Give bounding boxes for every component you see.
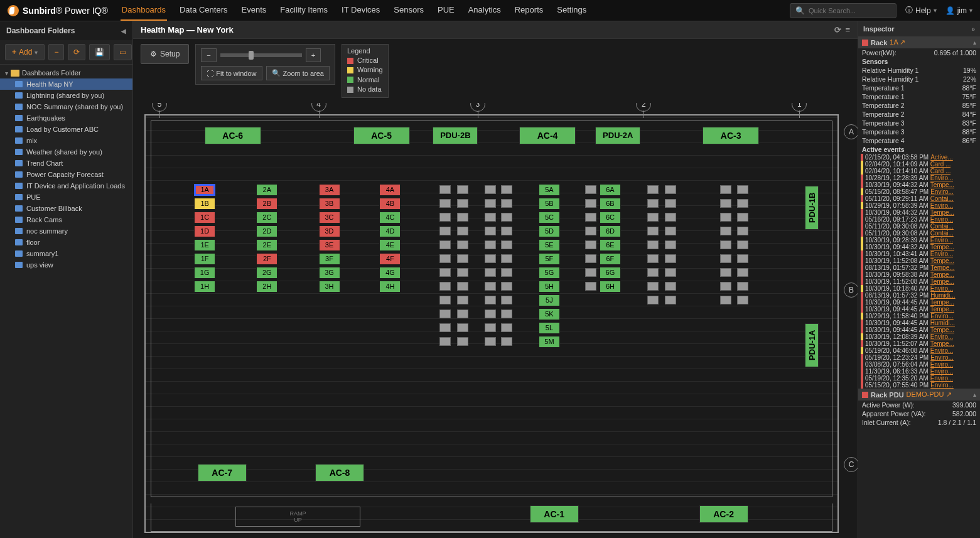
- pdu-unit[interactable]: PDU-2A: [595, 127, 640, 144]
- empty-rack[interactable]: [647, 268, 659, 277]
- event-row[interactable]: 10/30/19, 10:43:41 AM Enviro...: [858, 250, 980, 257]
- event-row[interactable]: 05/19/20, 12:23:24 PM Enviro...: [858, 354, 980, 361]
- zoom-area-button[interactable]: 🔍Zoom to area: [266, 66, 330, 80]
- empty-rack[interactable]: [501, 268, 512, 277]
- ac-unit[interactable]: AC-6: [205, 127, 261, 144]
- nav-pue[interactable]: PUE: [436, 0, 456, 21]
- empty-rack[interactable]: [720, 199, 731, 208]
- search-input[interactable]: [809, 7, 891, 14]
- empty-rack[interactable]: [501, 227, 512, 235]
- empty-rack[interactable]: [439, 254, 451, 263]
- rack-2E[interactable]: 2E: [256, 239, 277, 251]
- rack-2A[interactable]: 2A: [256, 184, 277, 196]
- rack-2H[interactable]: 2H: [256, 281, 277, 293]
- rack-5G[interactable]: 5G: [539, 267, 560, 279]
- ac-unit[interactable]: AC-3: [703, 127, 759, 144]
- empty-rack[interactable]: [720, 268, 731, 277]
- empty-rack[interactable]: [665, 227, 676, 235]
- event-row[interactable]: 10/30/19, 09:44:45 AM Tempe...: [858, 299, 980, 306]
- event-row[interactable]: 10/30/19, 09:44:45 AM Humidi...: [858, 320, 980, 326]
- empty-rack[interactable]: [439, 213, 451, 222]
- rack-1A[interactable]: 1A: [194, 184, 215, 196]
- empty-rack[interactable]: [485, 185, 496, 194]
- empty-rack[interactable]: [720, 296, 731, 304]
- tree-item[interactable]: Health Map NY: [0, 78, 132, 90]
- empty-rack[interactable]: [485, 296, 496, 304]
- empty-rack[interactable]: [585, 199, 596, 208]
- tree-item[interactable]: noc summary: [0, 225, 132, 237]
- empty-rack[interactable]: [720, 254, 731, 263]
- empty-rack[interactable]: [737, 185, 748, 194]
- expand-inspector-icon[interactable]: »: [971, 26, 975, 33]
- empty-rack[interactable]: [439, 199, 451, 208]
- rack-5E[interactable]: 5E: [539, 239, 560, 251]
- rack-1C[interactable]: 1C: [194, 212, 215, 223]
- empty-rack[interactable]: [457, 268, 468, 277]
- rack-5A[interactable]: 5A: [539, 184, 560, 196]
- ac-unit[interactable]: AC-2: [699, 505, 748, 523]
- rack-3F[interactable]: 3F: [319, 253, 340, 265]
- empty-rack[interactable]: [439, 337, 451, 346]
- zoom-in-button[interactable]: +: [306, 48, 321, 62]
- event-row[interactable]: 10/30/19, 09:44:45 AM Tempe...: [858, 326, 980, 333]
- fit-window-button[interactable]: ⛶Fit to window: [201, 66, 262, 80]
- empty-rack[interactable]: [439, 296, 451, 304]
- rack-3B[interactable]: 3B: [319, 198, 340, 210]
- tree-item[interactable]: Weather (shared by you): [0, 146, 132, 158]
- empty-rack[interactable]: [720, 213, 731, 222]
- rack-3G[interactable]: 3G: [319, 267, 340, 279]
- rack-4H[interactable]: 4H: [379, 281, 401, 293]
- empty-rack[interactable]: [647, 296, 659, 304]
- empty-rack[interactable]: [501, 213, 512, 222]
- nav-events[interactable]: Events: [240, 0, 268, 21]
- nav-settings[interactable]: Settings: [556, 0, 588, 21]
- rack-1E[interactable]: 1E: [194, 239, 215, 251]
- rack-1F[interactable]: 1F: [194, 253, 215, 265]
- event-row[interactable]: 05/11/20, 09:30:08 AM Contai...: [858, 230, 980, 237]
- event-row[interactable]: 02/15/20, 04:03:58 PM Active...: [858, 154, 980, 161]
- tree-item[interactable]: ups view: [0, 259, 132, 271]
- empty-rack[interactable]: [665, 254, 676, 263]
- empty-rack[interactable]: [485, 323, 496, 332]
- rack-4F[interactable]: 4F: [379, 253, 401, 265]
- pdu-unit[interactable]: PDU-1B: [805, 186, 819, 230]
- empty-rack[interactable]: [720, 227, 731, 235]
- event-row[interactable]: 08/13/19, 01:57:32 PM Tempe...: [858, 264, 980, 271]
- event-row[interactable]: 05/11/20, 09:30:08 AM Contai...: [858, 223, 980, 230]
- rack-5L[interactable]: 5L: [539, 322, 560, 334]
- rack-6E[interactable]: 6E: [600, 239, 621, 251]
- rack-4D[interactable]: 4D: [379, 225, 401, 237]
- rack-4A[interactable]: 4A: [379, 184, 401, 196]
- empty-rack[interactable]: [485, 309, 496, 318]
- empty-rack[interactable]: [737, 296, 748, 304]
- empty-rack[interactable]: [585, 213, 596, 222]
- event-row[interactable]: 10/30/19, 11:52:08 AM Tempe...: [858, 257, 980, 264]
- empty-rack[interactable]: [501, 337, 512, 346]
- empty-rack[interactable]: [665, 213, 676, 222]
- rack-2C[interactable]: 2C: [256, 212, 277, 223]
- rack-5J[interactable]: 5J: [539, 294, 560, 306]
- empty-rack[interactable]: [439, 309, 451, 318]
- empty-rack[interactable]: [647, 199, 659, 208]
- ac-unit[interactable]: AC-7: [198, 464, 247, 482]
- empty-rack[interactable]: [501, 185, 512, 194]
- tree-item[interactable]: Customer Billback: [0, 203, 132, 214]
- empty-rack[interactable]: [439, 282, 451, 291]
- empty-rack[interactable]: [485, 227, 496, 235]
- rack-5C[interactable]: 5C: [539, 212, 560, 223]
- rack-2F[interactable]: 2F: [256, 253, 277, 265]
- empty-rack[interactable]: [647, 240, 659, 249]
- empty-rack[interactable]: [647, 254, 659, 263]
- event-row[interactable]: 10/29/19, 11:58:40 PM Enviro...: [858, 313, 980, 320]
- tree-item[interactable]: floor: [0, 237, 132, 248]
- rack-1G[interactable]: 1G: [194, 267, 215, 279]
- event-row[interactable]: 10/30/19, 12:08:39 AM Enviro...: [858, 333, 980, 340]
- refresh-icon[interactable]: ⟳: [834, 25, 841, 35]
- tree-root[interactable]: ▾Dashboards Folder: [0, 67, 132, 78]
- empty-rack[interactable]: [647, 185, 659, 194]
- empty-rack[interactable]: [665, 240, 676, 249]
- add-button[interactable]: +Add▾: [5, 44, 45, 60]
- event-row[interactable]: 10/29/19, 07:58:39 AM Enviro...: [858, 202, 980, 209]
- empty-rack[interactable]: [457, 199, 468, 208]
- user-menu[interactable]: 👤jim▾: [945, 6, 972, 15]
